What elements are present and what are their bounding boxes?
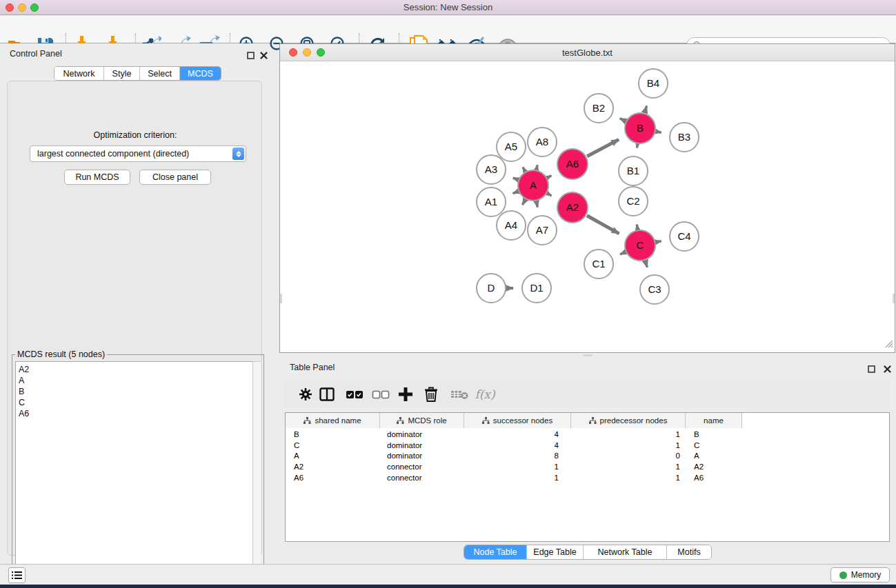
table-cell[interactable]: 4 [464,440,571,452]
node-B3[interactable]: B3 [670,123,699,152]
tab-edge-table[interactable]: Edge Table [527,545,584,559]
table-cell[interactable]: 1 [571,462,686,473]
edge-A6-B[interactable] [587,139,619,156]
node-A8[interactable]: A8 [528,128,557,156]
table-cell[interactable]: connector [380,462,464,473]
table-cell[interactable]: A6 [286,473,380,484]
tab-select[interactable]: Select [140,67,180,80]
close-panel-button[interactable]: Close panel [139,170,211,185]
edge-A-A3[interactable] [513,178,518,180]
window-resize-grip[interactable] [884,338,893,351]
table-cell[interactable]: dominator [380,451,464,462]
edge-A-A6[interactable] [548,176,551,178]
left-resize-tick[interactable] [280,294,282,303]
table-settings-icon[interactable] [294,383,317,405]
table-cell[interactable]: 0 [571,451,686,462]
table-cell[interactable]: A2 [686,462,742,473]
edge-A2-C[interactable] [587,216,619,234]
edge-B-B1[interactable] [637,145,637,148]
network-window-titlebar[interactable]: testGlobe.txt [280,44,895,61]
edge-C-C2[interactable] [637,225,637,230]
mcds-result-item[interactable]: A6 [19,408,253,419]
node-A7[interactable]: A7 [528,216,557,245]
table-cell[interactable]: A [286,451,380,462]
mcds-result-item[interactable]: B [19,386,253,397]
tab-motifs[interactable]: Motifs [667,545,711,559]
node-A3[interactable]: A3 [477,155,506,184]
float-panel-icon[interactable] [247,50,255,57]
edge-A-A1[interactable] [513,192,518,194]
edge-A-A8[interactable] [537,165,537,169]
node-C2[interactable]: C2 [619,187,648,216]
split-divider-handle[interactable] [583,354,593,356]
node-C[interactable]: C [625,230,655,261]
mcds-result-item[interactable]: A [19,375,253,386]
edge-B-B4[interactable] [645,106,647,112]
node-B[interactable]: B [625,113,655,143]
edge-B-B3[interactable] [657,132,661,132]
node-C3[interactable]: C3 [640,275,669,304]
node-B2[interactable]: B2 [584,94,613,123]
node-B4[interactable]: B4 [639,69,668,98]
table-cell[interactable]: 1 [464,462,571,473]
node-D[interactable]: D [477,274,506,303]
mcds-result-item[interactable]: C [19,397,253,408]
table-cell[interactable]: C [686,440,742,452]
network-graph[interactable]: B4B2BB3B1A5A8A6A3AA1A2C2A4A7CC4C1C3DD1 [280,61,895,352]
tab-node-table[interactable]: Node Table [464,545,527,559]
table-cell[interactable]: 1 [464,473,571,484]
table-cell[interactable]: 1 [571,473,686,484]
tab-mcds[interactable]: MCDS [180,67,221,80]
edge-B-B2[interactable] [620,119,626,121]
table-row[interactable]: Bdominator41B [286,429,742,440]
tab-network[interactable]: Network [54,67,104,80]
task-history-button[interactable] [8,567,26,583]
table-cell[interactable]: A6 [686,473,742,484]
node-B1[interactable]: B1 [619,156,648,185]
table-cell[interactable]: 1 [571,429,686,440]
table-cell[interactable]: 8 [464,451,571,462]
edge-C-C1[interactable] [620,252,625,254]
table-cell[interactable]: 1 [571,440,686,452]
edge-A-A4[interactable] [522,200,525,205]
node-D1[interactable]: D1 [522,274,551,303]
node-A2[interactable]: A2 [557,192,588,223]
node-C4[interactable]: C4 [670,222,699,251]
delete-table-icon[interactable] [448,383,471,405]
mcds-result-list[interactable]: A2ABCA6 [15,361,254,586]
table-cell[interactable]: 4 [464,429,571,440]
node-A[interactable]: A [518,170,548,201]
mcds-result-scrollbar[interactable] [252,361,261,586]
table-row[interactable]: A6connector11A6 [286,473,742,484]
table-row[interactable]: Adominator80A [286,451,742,462]
edge-A-A5[interactable] [523,168,525,172]
mcds-result-item[interactable]: A2 [19,364,253,375]
table-cell[interactable]: B [286,429,380,440]
table-cell[interactable]: connector [380,473,464,484]
table-cell[interactable]: B [686,429,742,440]
node-table[interactable]: shared name MCDS role successor nodes pr… [285,412,890,542]
criterion-dropdown[interactable]: largest connected component (directed) [30,145,246,162]
tab-network-table[interactable]: Network Table [584,545,667,559]
column-header-name[interactable]: name [686,413,742,428]
column-header-predecessor-nodes[interactable]: predecessor nodes [571,413,686,428]
table-row[interactable]: A2connector11A2 [286,462,742,473]
node-A4[interactable]: A4 [497,211,526,240]
memory-button[interactable]: Memory [830,567,890,582]
tab-style[interactable]: Style [104,67,140,80]
deselect-all-columns-icon[interactable] [369,383,392,405]
edge-A-A7[interactable] [537,202,538,207]
close-table-panel-icon[interactable] [884,363,891,371]
node-A6[interactable]: A6 [557,149,588,179]
delete-row-icon[interactable] [419,383,443,405]
column-header-shared-name[interactable]: shared name [286,413,380,428]
node-C1[interactable]: C1 [584,250,613,278]
node-A5[interactable]: A5 [497,132,526,161]
column-header-successor-nodes[interactable]: successor nodes [464,413,571,428]
select-all-columns-icon[interactable] [343,383,366,405]
add-row-icon[interactable] [394,383,417,405]
node-A1[interactable]: A1 [477,187,506,216]
right-resize-tick[interactable] [893,294,895,303]
function-builder-icon[interactable]: f(x) [473,383,497,405]
edge-A-A2[interactable] [548,194,552,196]
